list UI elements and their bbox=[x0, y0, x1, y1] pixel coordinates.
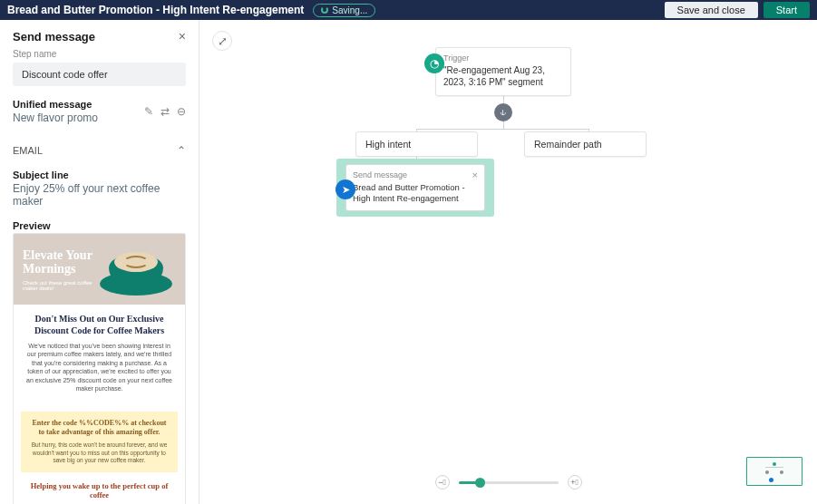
path-node-high-intent[interactable]: High intent bbox=[355, 131, 478, 157]
connector-line bbox=[503, 121, 504, 129]
saving-label: Saving... bbox=[332, 5, 367, 15]
start-button[interactable]: Start bbox=[764, 2, 810, 18]
save-close-button[interactable]: Save and close bbox=[665, 2, 758, 18]
zoom-handle[interactable] bbox=[475, 478, 485, 488]
email-hero-sub: Check out these great coffee maker deals… bbox=[23, 280, 100, 291]
path-right-label: Remainder path bbox=[534, 139, 602, 150]
edit-icon[interactable]: ✎ bbox=[144, 105, 153, 118]
email-promo-lead: Enter the code %%CODE%% at checkout to t… bbox=[30, 419, 169, 438]
page-title: Bread and Butter Promotion - High Intent… bbox=[7, 4, 304, 16]
send-message-node[interactable]: ➤ Send message × Bread and Butter Promot… bbox=[345, 164, 485, 211]
unified-message-value: New flavor promo bbox=[13, 111, 98, 124]
remove-icon[interactable]: ⊖ bbox=[177, 105, 186, 118]
email-preview: Elevate Your Mornings Check out these gr… bbox=[0, 233, 199, 504]
zoom-control: −⃝ +⃝ bbox=[435, 475, 582, 489]
message-node-title: Bread and Butter Promotion - High Intent… bbox=[353, 182, 478, 204]
minimap[interactable] bbox=[746, 457, 802, 486]
path-node-remainder[interactable]: Remainder path bbox=[524, 131, 647, 157]
path-left-label: High intent bbox=[365, 139, 411, 150]
expand-icon[interactable]: ⤢ bbox=[212, 31, 232, 51]
close-icon[interactable]: × bbox=[179, 29, 186, 44]
connector-line bbox=[416, 129, 588, 130]
zoom-slider[interactable] bbox=[459, 481, 559, 484]
spinner-icon bbox=[321, 6, 328, 14]
send-icon: ➤ bbox=[336, 179, 355, 199]
subject-line-label: Subject line bbox=[0, 166, 199, 182]
email-promo-sub: But hurry, this code won't be around for… bbox=[30, 441, 169, 464]
message-node-selection: ➤ Send message × Bread and Butter Promot… bbox=[336, 159, 494, 217]
trigger-node-label: Trigger bbox=[443, 53, 563, 63]
preview-label: Preview bbox=[0, 217, 199, 233]
zoom-out-button[interactable]: −⃝ bbox=[435, 475, 450, 489]
subject-line-value: Enjoy 25% off your next coffee maker bbox=[0, 182, 199, 217]
email-channel-label: EMAIL bbox=[13, 145, 43, 156]
split-icon[interactable]: ⫝ bbox=[494, 103, 512, 121]
email-hero: Elevate Your Mornings Check out these gr… bbox=[14, 234, 185, 305]
chevron-up-icon: ⌃ bbox=[177, 144, 186, 157]
zoom-in-button[interactable]: +⃝ bbox=[568, 475, 582, 489]
trigger-node-text: "Re-engagement Aug 23, 2023, 3:16 PM" se… bbox=[443, 64, 563, 88]
side-panel: Send message × Step name Unified message… bbox=[0, 20, 199, 504]
top-bar: Bread and Butter Promotion - High Intent… bbox=[0, 0, 817, 20]
email-body-paragraph: We've noticed that you've been showing i… bbox=[24, 342, 174, 393]
step-name-input[interactable] bbox=[13, 63, 186, 86]
email-promo-box: Enter the code %%CODE%% at checkout to t… bbox=[21, 412, 178, 472]
email-body-heading: Don't Miss Out on Our Exclusive Discount… bbox=[24, 314, 174, 336]
journey-canvas[interactable]: ⤢ ◔ Trigger "Re-engagement Aug 23, 2023,… bbox=[199, 20, 817, 504]
close-icon[interactable]: × bbox=[472, 170, 478, 180]
trigger-icon: ◔ bbox=[424, 53, 444, 73]
unified-message-label: Unified message bbox=[13, 99, 98, 110]
trigger-node[interactable]: ◔ Trigger "Re-engagement Aug 23, 2023, 3… bbox=[435, 47, 571, 96]
step-name-label: Step name bbox=[0, 49, 199, 63]
email-section-toggle[interactable]: EMAIL ⌃ bbox=[0, 135, 199, 166]
message-node-label: Send message bbox=[353, 170, 407, 179]
panel-title: Send message bbox=[13, 30, 95, 44]
email-footer-line: Helping you wake up to the perfect cup o… bbox=[14, 481, 185, 504]
swap-icon[interactable]: ⇄ bbox=[160, 105, 170, 118]
saving-indicator: Saving... bbox=[313, 4, 375, 17]
coffee-cup-image bbox=[96, 239, 176, 299]
